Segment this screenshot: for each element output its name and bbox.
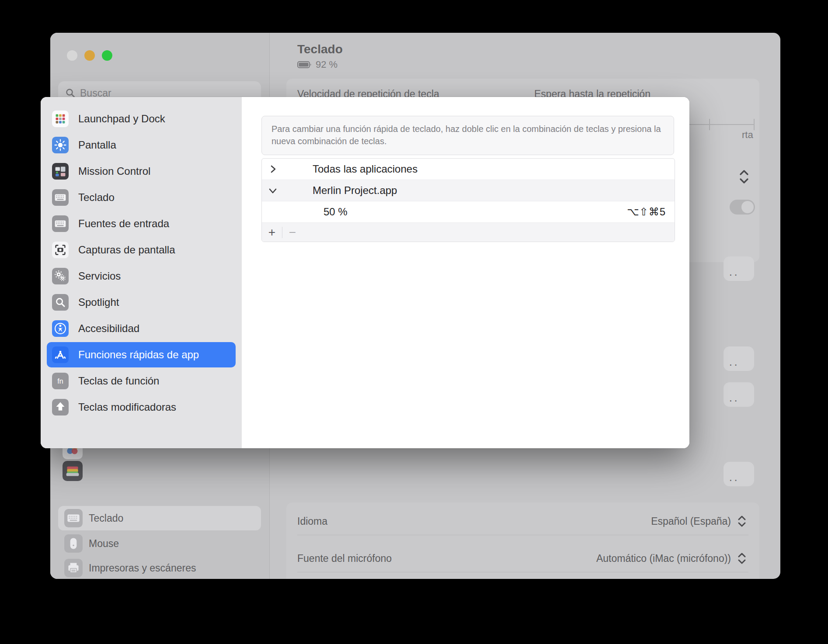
sidebar-item-hidden[interactable]	[63, 461, 83, 481]
shortcut-category-fuentes-de-entrada[interactable]: Fuentes de entrada	[47, 211, 236, 236]
sidebar-item-impresoras-y-esc-neres[interactable]: Impresoras y escáneres	[58, 556, 261, 579]
slider-tick	[709, 119, 710, 130]
shortcut-category-mission-control[interactable]: Mission Control	[47, 159, 236, 184]
row-value[interactable]: Automático (iMac (micrófono))	[596, 550, 748, 567]
app-shortcuts-icon	[52, 346, 69, 363]
stepper-icon[interactable]	[735, 550, 748, 567]
keyboard-shortcuts-sheet: Launchpad y Dock Pantalla Mission Contro…	[41, 97, 689, 448]
shortcut-keys[interactable]: ⌥⇧⌘5	[627, 206, 675, 218]
wallet-icon	[63, 461, 83, 481]
gears-icon	[52, 268, 69, 284]
sidebar-item-label: Mouse	[89, 538, 119, 550]
shortcut-category-servicios[interactable]: Servicios	[47, 263, 236, 289]
hidden-stepper-fragment[interactable]	[737, 167, 751, 187]
battery-icon	[297, 61, 312, 69]
chevron-right-icon[interactable]	[268, 164, 278, 174]
zoom-button[interactable]	[102, 50, 112, 61]
sidebar-item-label: Teclado	[89, 512, 123, 524]
row-label: Idioma	[297, 516, 327, 527]
row-label: Merlin Project.app	[313, 184, 397, 197]
settings-row-idioma: Idioma Español (España)	[297, 508, 748, 535]
category-label: Capturas de pantalla	[78, 244, 175, 256]
row-label: Todas las aplicaciones	[313, 163, 417, 175]
category-label: Mission Control	[78, 165, 150, 177]
category-label: Launchpad y Dock	[78, 113, 165, 125]
chevron-down-icon[interactable]	[268, 187, 278, 194]
modifier-arrow-icon	[52, 399, 69, 415]
close-button[interactable]	[67, 50, 77, 61]
category-label: Teclas de función	[78, 375, 159, 387]
table-footer: + −	[262, 222, 675, 242]
screenshot-icon	[52, 242, 69, 258]
hidden-shortcut-fragment[interactable]: ··	[724, 382, 754, 407]
shortcuts-sidebar: Launchpad y Dock Pantalla Mission Contro…	[41, 97, 242, 448]
svg-text:fn: fn	[57, 377, 63, 385]
divider	[297, 535, 748, 535]
display-sun-icon	[52, 137, 69, 153]
settings-row-fuente-del-micr-fono: Fuente del micrófono Automático (iMac (m…	[297, 545, 748, 572]
category-label: Teclas modificadoras	[78, 401, 176, 413]
sidebar-item-label: Impresoras y escáneres	[89, 562, 196, 574]
remove-shortcut-button[interactable]: −	[282, 223, 303, 242]
category-label: Pantalla	[78, 139, 116, 151]
sidebar-item-teclado[interactable]: Teclado	[58, 506, 261, 530]
shortcut-category-funciones-r-pidas-de-app[interactable]: Funciones rápidas de app	[47, 342, 236, 367]
magnifier-icon	[52, 294, 69, 311]
dictation-panel: Idioma Español (España) Fuente del micró…	[286, 502, 759, 579]
row-value[interactable]: Español (España)	[651, 513, 748, 530]
launchpad-icon	[52, 111, 69, 127]
category-label: Fuentes de entrada	[78, 218, 169, 230]
shortcuts-content: Para cambiar una función rápida de tecla…	[242, 97, 689, 448]
row-value-text: Automático (iMac (micrófono))	[596, 553, 731, 564]
sidebar-item-mouse[interactable]: Mouse	[58, 531, 261, 556]
fn-icon: fn	[52, 373, 69, 389]
category-label: Spotlight	[78, 296, 119, 308]
slider-end-label-fragment: rta	[742, 129, 753, 141]
table-shortcut-row[interactable]: 50 % ⌥⇧⌘5	[262, 201, 675, 222]
shortcut-category-accesibilidad[interactable]: Accesibilidad	[47, 316, 236, 341]
accessibility-icon	[52, 320, 69, 337]
screen: { "colors":{ "accent":"#3b7ef7","done_bl…	[0, 0, 828, 644]
printer-icon	[64, 559, 83, 577]
instruction-text: Para cambiar una función rápida de tecla…	[261, 116, 674, 155]
row-label: Fuente del micrófono	[297, 553, 392, 564]
category-label: Accesibilidad	[78, 322, 139, 335]
shortcuts-table: Todas las aplicaciones Merlin Project.ap…	[261, 158, 675, 242]
shortcut-category-spotlight[interactable]: Spotlight	[47, 290, 236, 315]
page-title: Teclado	[297, 42, 343, 56]
add-shortcut-button[interactable]: +	[262, 223, 282, 242]
mission-control-icon	[52, 163, 69, 180]
table-group-row[interactable]: Todas las aplicaciones	[262, 159, 675, 180]
shortcut-category-capturas-de-pantalla[interactable]: Capturas de pantalla	[47, 237, 236, 263]
shortcut-category-teclas-de-funci-n[interactable]: fn Teclas de función	[47, 368, 236, 394]
hidden-toggle-fragment[interactable]	[730, 200, 755, 215]
row-label: 50 %	[324, 206, 348, 218]
keyboard-icon	[64, 509, 83, 527]
shortcut-category-teclas-modificadoras[interactable]: Teclas modificadoras	[47, 395, 236, 420]
shortcut-category-launchpad-y-dock[interactable]: Launchpad y Dock	[47, 106, 236, 132]
keyboard-gray-icon	[52, 189, 69, 206]
slider-tick	[754, 119, 755, 130]
battery-status: 92 %	[297, 59, 337, 70]
stepper-icon[interactable]	[735, 513, 748, 530]
keyboard-gray-icon	[52, 215, 69, 232]
divider	[297, 572, 748, 572]
hidden-shortcut-fragment[interactable]: ··	[724, 462, 754, 486]
traffic-lights	[67, 50, 112, 61]
hidden-shortcut-fragment[interactable]: ··	[724, 256, 754, 281]
mouse-icon	[64, 534, 83, 553]
category-label: Servicios	[78, 270, 121, 282]
row-value-text: Español (España)	[651, 516, 731, 527]
table-group-row[interactable]: Merlin Project.app	[262, 180, 675, 201]
hidden-shortcut-fragment[interactable]: ··	[724, 346, 754, 371]
shortcut-category-teclado[interactable]: Teclado	[47, 185, 236, 210]
shortcut-category-pantalla[interactable]: Pantalla	[47, 132, 236, 158]
category-label: Teclado	[78, 191, 115, 204]
minimize-button[interactable]	[84, 50, 95, 61]
category-label: Funciones rápidas de app	[78, 349, 199, 361]
